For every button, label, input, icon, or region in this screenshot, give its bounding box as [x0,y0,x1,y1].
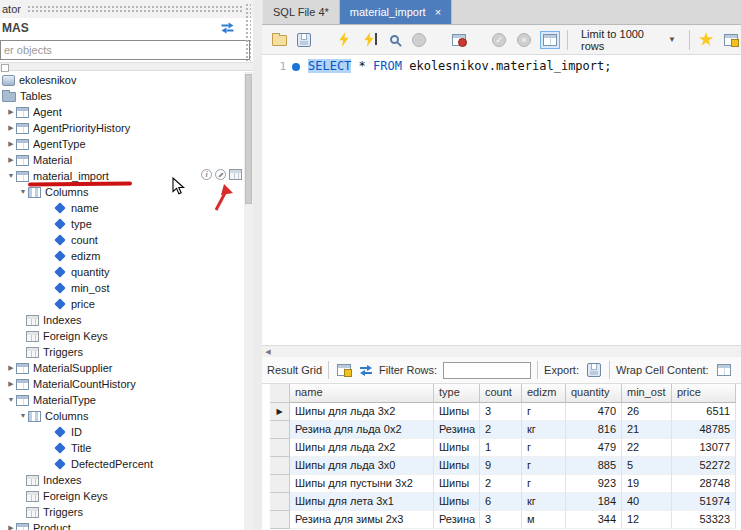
grid-cell[interactable]: Шипы [434,457,480,475]
tree-item-type[interactable]: type [0,216,244,232]
grid-header-edizm[interactable]: edizm [522,384,566,403]
grid-cell[interactable]: Шипы [434,493,480,511]
grid-cell[interactable]: 184 [566,493,622,511]
tree-item-materialcounthistory[interactable]: ▶MaterialCountHistory [0,376,244,392]
tab-material-import[interactable]: material_import × [340,0,452,24]
expander-icon[interactable]: ▼ [18,408,28,424]
grid-cell[interactable]: 6511 [672,403,736,421]
grid-cell[interactable]: 6 [480,493,522,511]
panel-grip[interactable] [27,5,243,14]
grid-cell[interactable]: Шипы [434,403,480,421]
grid-cell[interactable]: 1 [480,439,522,457]
grid-header-type[interactable]: type [434,384,480,403]
grid-cell[interactable]: Шипы [434,439,480,457]
grid-cell[interactable]: 22 [622,439,672,457]
grid-header-price[interactable]: price [672,384,736,403]
grid-cell[interactable]: г [522,457,566,475]
grid-cell[interactable]: Шипы для льда 2x2 [290,439,434,457]
grid-cell[interactable]: 19 [622,475,672,493]
tree-item-agent[interactable]: ▶Agent [0,104,244,120]
grid-cell[interactable]: Шипы для пустыни 3x2 [290,475,434,493]
expander-icon[interactable]: ▶ [6,376,16,392]
grid-cell[interactable]: г [522,475,566,493]
editor-horizontal-scrollbar[interactable]: ◀ [262,345,741,357]
grid-cell[interactable]: Шипы для льда 3x2 [290,403,434,421]
grid-cell[interactable]: 40 [622,493,672,511]
grid-cell[interactable]: Шипы для лета 3x1 [290,493,434,511]
refresh-schemas-icon[interactable] [220,22,235,34]
grid-cell[interactable]: 12 [622,511,672,529]
grid-row[interactable]: ▶Шипы для льда 3x2Шипы3г470266511 [270,403,736,421]
grid-row[interactable]: Шипы для лета 3x1Шипы6кг1844051974 [270,493,736,511]
grid-cell[interactable]: 52272 [672,457,736,475]
grid-cell[interactable]: г [522,439,566,457]
tree-item-ekolesnikov[interactable]: ekolesnikov [0,72,244,88]
tree-item-price[interactable]: price [0,296,244,312]
grid-cell[interactable]: Шипы для льда 3x0 [290,457,434,475]
grid-cell[interactable]: Резина [434,511,480,529]
grid-cell[interactable]: Резина для льда 0x2 [290,421,434,439]
expander-icon[interactable]: ▶ [6,104,16,120]
tree-item-material[interactable]: ▶Material [0,152,244,168]
grid-cell[interactable]: 53323 [672,511,736,529]
expander-icon[interactable]: ▶ [6,152,16,168]
tree-item-name[interactable]: name [0,200,244,216]
grid-row[interactable]: Резина для льда 0x2Резина2кг8162148785 [270,421,736,439]
tree-item-indexes[interactable]: Indexes [0,472,244,488]
tree-item-agentpriorityhistory[interactable]: ▶AgentPriorityHistory [0,120,244,136]
grid-row[interactable]: Шипы для пустыни 3x2Шипы2г9231928748 [270,475,736,493]
grid-cell[interactable]: кг [522,421,566,439]
grid-row[interactable]: Резина для зимы 2x3Резина3м3441253323 [270,511,736,529]
rollback-button[interactable]: × [515,30,533,50]
stop-on-error-button[interactable] [450,30,468,50]
grid-corner-cell[interactable] [270,384,290,403]
expander-icon[interactable]: ▶ [6,360,16,376]
panel-edge-grip[interactable] [245,3,251,61]
grid-header-name[interactable]: name [290,384,434,403]
export-button[interactable] [585,360,603,380]
tree-item-id[interactable]: ID [0,424,244,440]
close-tab-icon[interactable]: × [435,6,441,18]
grid-cell[interactable]: 479 [566,439,622,457]
sql-line[interactable]: SELECT * FROM ekolesnikov.material_impor… [308,59,612,73]
tree-item-columns[interactable]: ▼Columns [0,408,244,424]
row-selector[interactable] [270,457,290,475]
tree-item-count[interactable]: count [0,232,244,248]
tree-item-min-ost[interactable]: min_ost [0,280,244,296]
tree-item-indexes[interactable]: Indexes [0,312,244,328]
expander-icon[interactable]: ▶ [6,520,16,530]
tree-item-triggers[interactable]: Triggers [0,504,244,520]
panel-splitter[interactable] [253,0,262,530]
open-script-button[interactable] [270,30,288,50]
tree-item-defectedpercent[interactable]: DefectedPercent [0,456,244,472]
grid-cell[interactable]: 816 [566,421,622,439]
grid-header-min_ost[interactable]: min_ost [622,384,672,403]
grid-cell[interactable]: 9 [480,457,522,475]
table-info-icon[interactable]: i [201,169,212,180]
save-script-button[interactable] [295,30,313,50]
grid-cell[interactable]: 885 [566,457,622,475]
explain-button[interactable] [385,30,403,50]
grid-cell[interactable]: 923 [566,475,622,493]
grid-cell[interactable]: кг [522,493,566,511]
grid-cell[interactable]: 2 [480,475,522,493]
row-selector[interactable]: ▶ [270,403,290,421]
table-data-icon[interactable] [229,169,242,180]
row-selector[interactable] [270,439,290,457]
tree-item-quantity[interactable]: quantity [0,264,244,280]
grid-cell[interactable]: 48785 [672,421,736,439]
tree-item-product[interactable]: ▶Product [0,520,244,530]
expander-icon[interactable]: ▶ [6,120,16,136]
tree-item-triggers[interactable]: Triggers [0,344,244,360]
grid-row[interactable]: Шипы для льда 3x0Шипы9г885552272 [270,457,736,475]
grid-header-count[interactable]: count [480,384,522,403]
execute-statement-button[interactable] [360,30,378,50]
filter-rows-input[interactable] [443,362,531,379]
tree-item-materialsupplier[interactable]: ▶MaterialSupplier [0,360,244,376]
row-selector[interactable] [270,475,290,493]
tree-scrollbar-thumb[interactable] [245,74,252,204]
grid-cell[interactable]: 470 [566,403,622,421]
grid-cell[interactable]: 13077 [672,439,736,457]
tree-item-tables[interactable]: Tables [0,88,244,104]
grid-cell[interactable]: 3 [480,511,522,529]
